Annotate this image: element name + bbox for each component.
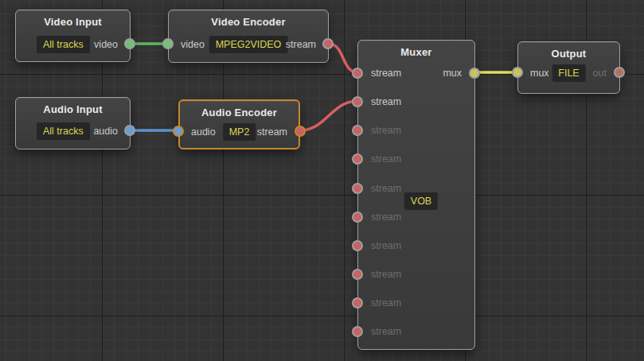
muxer-stream-label-0: stream (371, 66, 401, 80)
output-out-label: out (593, 66, 607, 80)
muxer-stream-label-7: stream (371, 267, 401, 281)
muxer-stream-label-8: stream (371, 296, 401, 310)
muxer-format-field[interactable]: VOB (404, 192, 438, 210)
node-title: Video Encoder (169, 16, 328, 28)
video-encoder-stream-port[interactable] (322, 38, 334, 49)
muxer-stream-label-4: stream (371, 181, 401, 196)
video-input-video-port[interactable] (124, 38, 135, 49)
muxer-stream-port-8[interactable] (352, 297, 363, 309)
node-title: Audio Encoder (180, 107, 299, 118)
audio-encoder-audio-port[interactable] (173, 126, 184, 137)
muxer-mux-output-label: mux (443, 66, 462, 80)
muxer-stream-label-3: stream (371, 152, 401, 166)
node-audio-encoder[interactable]: Audio Encoder audio MP2 stream (178, 99, 300, 149)
audio-encoder-input-label: audio (191, 125, 216, 139)
muxer-stream-port-5[interactable] (352, 212, 363, 223)
node-video-encoder[interactable]: Video Encoder video MPEG2VIDEO stream (168, 10, 329, 63)
node-title: Output (518, 48, 619, 60)
muxer-stream-label-9: stream (371, 324, 401, 339)
audio-input-audio-port[interactable] (124, 125, 135, 136)
node-muxer[interactable]: Muxer stream stream stream stream stream… (357, 40, 475, 350)
node-output[interactable]: Output mux FILE out (517, 41, 620, 94)
output-file-field[interactable]: FILE (552, 64, 585, 82)
muxer-stream-port-2[interactable] (352, 125, 363, 136)
wire-audio-encoder-to-muxer[interactable] (300, 101, 357, 130)
muxer-stream-port-1[interactable] (352, 96, 363, 107)
muxer-stream-port-6[interactable] (352, 240, 363, 251)
video-encoder-output-label: stream (286, 37, 316, 52)
node-title: Muxer (358, 46, 474, 58)
audio-output-label: audio (93, 124, 118, 138)
video-encoder-video-port[interactable] (162, 38, 174, 49)
muxer-stream-label-2: stream (371, 123, 401, 138)
muxer-stream-port-4[interactable] (352, 183, 363, 194)
output-mux-port[interactable] (512, 67, 523, 78)
muxer-stream-port-0[interactable] (352, 68, 363, 79)
muxer-stream-label-5: stream (371, 210, 401, 224)
video-encoder-input-label: video (181, 37, 205, 52)
node-editor-canvas[interactable]: Video Input All tracks video Video Encod… (0, 0, 644, 361)
video-input-tracks-field[interactable]: All tracks (37, 36, 90, 53)
muxer-stream-label-6: stream (371, 239, 401, 253)
node-video-input[interactable]: Video Input All tracks video (15, 10, 131, 62)
muxer-stream-port-7[interactable] (352, 269, 363, 280)
muxer-stream-label-1: stream (371, 95, 401, 109)
node-audio-input[interactable]: Audio Input All tracks audio (15, 97, 131, 149)
muxer-mux-port[interactable] (469, 68, 480, 79)
muxer-stream-port-9[interactable] (352, 326, 363, 337)
output-input-label: mux (530, 66, 549, 80)
audio-encoder-output-label: stream (257, 125, 287, 139)
output-out-port[interactable] (614, 67, 625, 78)
node-title: Audio Input (16, 103, 130, 115)
video-encoder-codec-field[interactable]: MPEG2VIDEO (209, 36, 288, 53)
audio-encoder-stream-port[interactable] (295, 126, 306, 137)
audio-input-tracks-field[interactable]: All tracks (37, 122, 90, 140)
node-title: Video Input (16, 16, 130, 28)
audio-encoder-codec-field[interactable]: MP2 (223, 123, 256, 141)
video-output-label: video (94, 37, 118, 52)
muxer-stream-port-3[interactable] (352, 153, 363, 165)
